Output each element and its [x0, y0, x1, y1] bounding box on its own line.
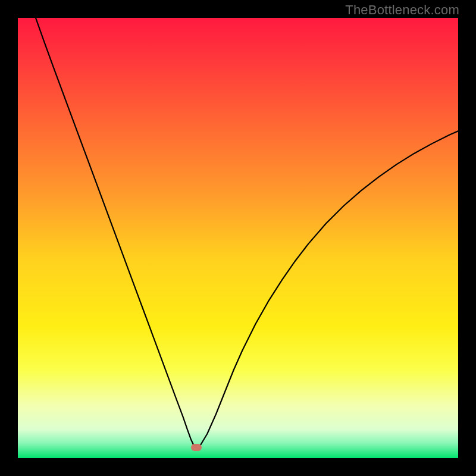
chart-frame: TheBottleneck.com: [0, 0, 476, 476]
optimum-marker: [191, 444, 202, 451]
watermark-text: TheBottleneck.com: [345, 2, 459, 18]
gradient-background: [18, 18, 458, 458]
chart-svg: [18, 18, 458, 458]
plot-area: [18, 18, 458, 458]
